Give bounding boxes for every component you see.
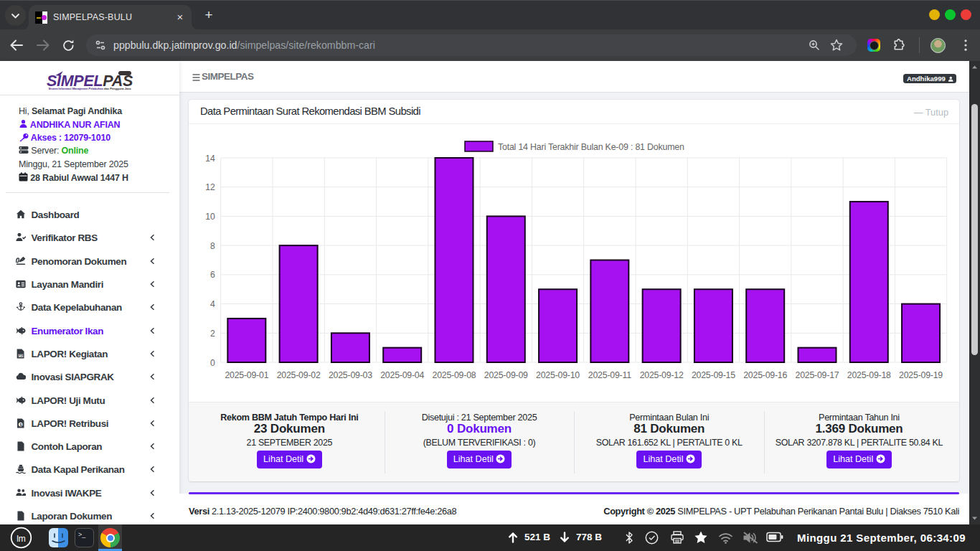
svg-text:4: 4 bbox=[210, 299, 215, 309]
svg-text:10: 10 bbox=[205, 212, 215, 222]
svg-text:0: 0 bbox=[210, 358, 215, 368]
svg-text:2025-09-15: 2025-09-15 bbox=[692, 370, 735, 380]
svg-text:8: 8 bbox=[210, 241, 215, 251]
svg-text:2025-09-11: 2025-09-11 bbox=[588, 370, 631, 380]
svg-text:2025-09-02: 2025-09-02 bbox=[277, 370, 321, 380]
svg-text:2025-09-08: 2025-09-08 bbox=[433, 370, 476, 380]
svg-text:Total 14 Hari Terakhir Bulan K: Total 14 Hari Terakhir Bulan Ke-09 : 81 … bbox=[498, 142, 684, 152]
svg-text:2025-09-16: 2025-09-16 bbox=[743, 370, 787, 380]
svg-text:2025-09-10: 2025-09-10 bbox=[536, 370, 580, 380]
svg-text:2025-09-18: 2025-09-18 bbox=[847, 370, 891, 380]
svg-text:6: 6 bbox=[210, 270, 215, 280]
svg-text:2025-09-12: 2025-09-12 bbox=[640, 370, 684, 380]
svg-text:$: $ bbox=[20, 422, 22, 426]
svg-text:lm: lm bbox=[17, 534, 26, 544]
svg-text:2025-09-19: 2025-09-19 bbox=[899, 370, 943, 380]
svg-text:2025-09-04: 2025-09-04 bbox=[380, 370, 424, 380]
svg-text:12: 12 bbox=[205, 182, 215, 192]
svg-text:2025-09-09: 2025-09-09 bbox=[484, 370, 528, 380]
svg-text:2025-09-03: 2025-09-03 bbox=[329, 370, 372, 380]
svg-text:14: 14 bbox=[205, 154, 215, 164]
svg-text:2025-09-17: 2025-09-17 bbox=[796, 370, 839, 380]
svg-text:PDF: PDF bbox=[19, 354, 24, 357]
svg-text:2025-09-01: 2025-09-01 bbox=[225, 370, 268, 380]
svg-text:2: 2 bbox=[210, 329, 215, 339]
